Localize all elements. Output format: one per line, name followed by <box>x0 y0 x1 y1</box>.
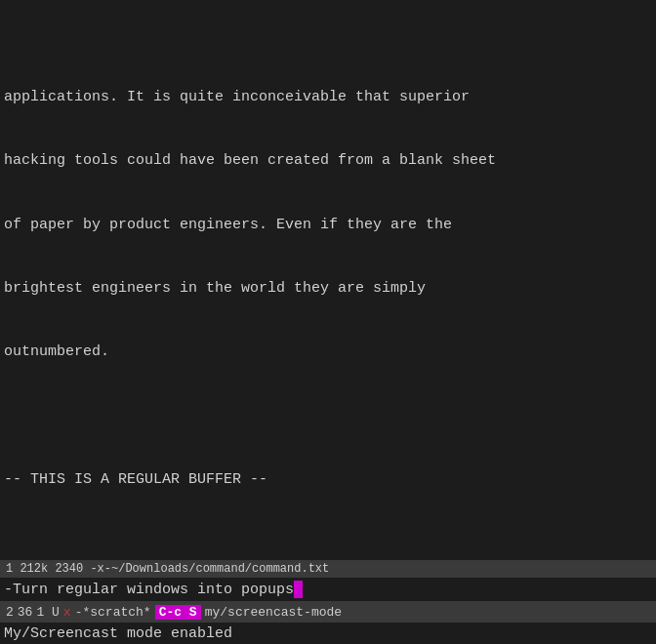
emacs-editor: applications. It is quite inconceivable … <box>0 0 656 644</box>
file-status-text: 1 212k 2340 -x-~/Downloads/command/comma… <box>6 562 329 576</box>
command-line-area: - Turn regular windows into popups <box>0 578 656 601</box>
text-line-2: hacking tools could have been created fr… <box>4 150 652 172</box>
text-line-5: outnumbered. <box>4 342 652 363</box>
text-content: applications. It is quite inconceivable … <box>4 43 652 561</box>
text-line-4: brightest engineers in the world they ar… <box>4 278 652 300</box>
status-buffer-name: -*scratch* <box>75 605 151 620</box>
command-prefix: - <box>4 582 13 598</box>
command-text: Turn regular windows into popups <box>13 582 294 598</box>
text-line-blank2 <box>4 533 652 554</box>
status-mode-name: my/screencast-mode <box>205 605 342 620</box>
status-spaces: 1 U <box>36 605 59 620</box>
text-line-blank1 <box>4 405 652 426</box>
status-col-num: 36 <box>18 605 33 620</box>
status-line-num: 2 <box>6 605 14 620</box>
keybind-badge: C-c S <box>155 605 201 620</box>
mode-line: 2 36 1 Ux-*scratch* C-c S my/screencast-… <box>0 601 656 623</box>
file-status-bar: 1 212k 2340 -x-~/Downloads/command/comma… <box>0 560 656 578</box>
text-line-3: of paper by product engineers. Even if t… <box>4 215 652 236</box>
editor-buffer: applications. It is quite inconceivable … <box>0 0 656 560</box>
text-line-1: applications. It is quite inconceivable … <box>4 87 652 108</box>
cursor <box>294 581 303 598</box>
minibuffer-text: My/Screencast mode enabled <box>4 625 232 642</box>
minibuffer: My/Screencast mode enabled <box>0 623 656 644</box>
status-x-marker: x <box>63 605 71 620</box>
section-divider: -- THIS IS A REGULAR BUFFER -- <box>4 469 652 491</box>
